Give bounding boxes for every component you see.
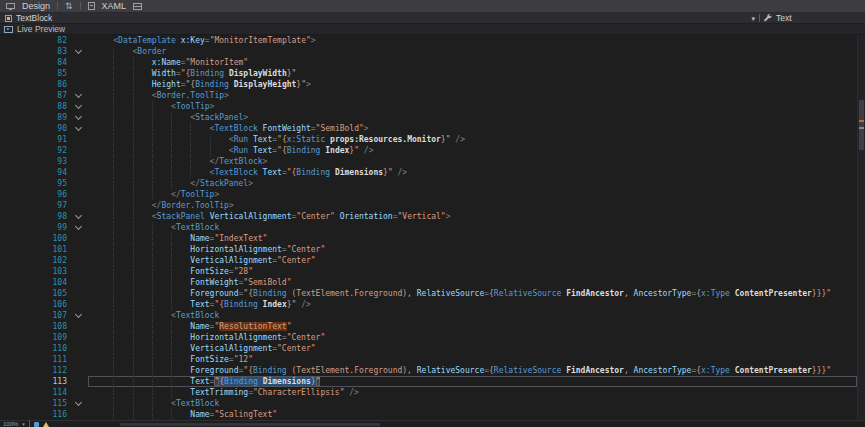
code-text[interactable]: VerticalAlignment="Center"	[88, 255, 857, 266]
code-text[interactable]: Height="{Binding DisplayHeight}">	[88, 79, 857, 90]
code-text[interactable]: Name="ScalingText"	[88, 409, 857, 420]
fold-toggle[interactable]	[72, 101, 88, 112]
line-number[interactable]: 98	[0, 211, 72, 222]
horizontal-scrollbar[interactable]	[120, 423, 380, 426]
code-line[interactable]: 82 <DataTemplate x:Key="MonitorItemTempl…	[0, 35, 857, 46]
code-line[interactable]: 115 <TextBlock	[0, 398, 857, 409]
line-number[interactable]: 115	[0, 398, 72, 409]
code-line[interactable]: 98 <StackPanel VerticalAlignment="Center…	[0, 211, 857, 222]
fold-toggle[interactable]	[72, 211, 88, 222]
line-number[interactable]: 105	[0, 288, 72, 299]
code-line[interactable]: 95 </StackPanel>	[0, 178, 857, 189]
line-number[interactable]: 96	[0, 189, 72, 200]
live-preview-tab[interactable]: Live Preview	[0, 24, 865, 35]
line-number[interactable]: 106	[0, 299, 72, 310]
code-text[interactable]: </TextBlock>	[88, 156, 857, 167]
code-line[interactable]: 99 <TextBlock	[0, 222, 857, 233]
fold-toggle[interactable]	[72, 123, 88, 134]
xaml-tab[interactable]: XAML	[102, 0, 127, 12]
fold-chevron-icon[interactable]	[75, 113, 82, 120]
code-line[interactable]: 96 </ToolTip>	[0, 189, 857, 200]
code-text[interactable]: <StackPanel VerticalAlignment="Center" O…	[88, 211, 857, 222]
code-line[interactable]: 83 <Border	[0, 46, 857, 57]
fold-toggle[interactable]	[72, 398, 88, 409]
code-text[interactable]: <Run Text="{Binding Index}" />	[88, 145, 857, 156]
code-line[interactable]: 88 <ToolTip>	[0, 101, 857, 112]
line-number[interactable]: 95	[0, 178, 72, 189]
code-text[interactable]: </ToolTip>	[88, 189, 857, 200]
code-line[interactable]: 111 FontSize="12"	[0, 354, 857, 365]
scrollbar-thumb[interactable]	[859, 100, 864, 150]
line-number[interactable]: 104	[0, 277, 72, 288]
code-text[interactable]: FontWeight="SemiBold"	[88, 277, 857, 288]
line-number[interactable]: 93	[0, 156, 72, 167]
code-text[interactable]: <StackPanel>	[88, 112, 857, 123]
code-line[interactable]: 106 Text="{Binding Index}" />	[0, 299, 857, 310]
line-number[interactable]: 108	[0, 321, 72, 332]
line-number[interactable]: 83	[0, 46, 72, 57]
code-area[interactable]: 82 <DataTemplate x:Key="MonitorItemTempl…	[0, 35, 857, 420]
code-text[interactable]: Name="ResolutionText"	[88, 321, 857, 332]
code-line[interactable]: 90 <TextBlock FontWeight="SemiBold">	[0, 123, 857, 134]
code-text[interactable]: </StackPanel>	[88, 178, 857, 189]
code-text[interactable]: x:Name="MonitorItem"	[88, 57, 857, 68]
line-number[interactable]: 100	[0, 233, 72, 244]
code-text[interactable]: <TextBlock	[88, 222, 857, 233]
code-text[interactable]: <DataTemplate x:Key="MonitorItemTemplate…	[88, 35, 857, 46]
code-text[interactable]: Foreground="{Binding (TextElement.Foregr…	[88, 365, 857, 376]
line-number[interactable]: 82	[0, 35, 72, 46]
code-line[interactable]: 85 Width="{Binding DisplayWidth}"	[0, 68, 857, 79]
code-line[interactable]: 93 </TextBlock>	[0, 156, 857, 167]
line-number[interactable]: 85	[0, 68, 72, 79]
code-text[interactable]: Text="{Binding Dimensions}"	[88, 376, 857, 387]
line-number[interactable]: 112	[0, 365, 72, 376]
code-text[interactable]: Name="IndexText"	[88, 233, 857, 244]
line-number[interactable]: 92	[0, 145, 72, 156]
line-number[interactable]: 102	[0, 255, 72, 266]
line-number[interactable]: 111	[0, 354, 72, 365]
line-number[interactable]: 99	[0, 222, 72, 233]
line-number[interactable]: 84	[0, 57, 72, 68]
fold-toggle[interactable]	[72, 222, 88, 233]
code-text[interactable]: HorizontalAlignment="Center"	[88, 332, 857, 343]
fold-chevron-icon[interactable]	[75, 102, 82, 109]
line-number[interactable]: 110	[0, 343, 72, 354]
fold-chevron-icon[interactable]	[75, 124, 82, 131]
code-editor[interactable]: 82 <DataTemplate x:Key="MonitorItemTempl…	[0, 35, 865, 420]
line-number[interactable]: 88	[0, 101, 72, 112]
split-orientation-icon[interactable]	[133, 3, 142, 10]
code-text[interactable]: <Border.ToolTip>	[88, 90, 857, 101]
code-text[interactable]: Text="{Binding Index}" />	[88, 299, 857, 310]
line-number[interactable]: 109	[0, 332, 72, 343]
fold-chevron-icon[interactable]	[75, 91, 82, 98]
code-line[interactable]: 84 x:Name="MonitorItem"	[0, 57, 857, 68]
code-line[interactable]: 102 VerticalAlignment="Center"	[0, 255, 857, 266]
code-line[interactable]: 87 <Border.ToolTip>	[0, 90, 857, 101]
fold-toggle[interactable]	[72, 46, 88, 57]
line-number[interactable]: 113	[0, 376, 72, 387]
code-line[interactable]: 103 FontSize="28"	[0, 266, 857, 277]
line-number[interactable]: 91	[0, 134, 72, 145]
code-line[interactable]: 113 Text="{Binding Dimensions}"	[0, 376, 857, 387]
member-dropdown[interactable]: Text	[764, 13, 860, 24]
code-line[interactable]: 116 Name="ScalingText"	[0, 409, 857, 420]
line-number[interactable]: 114	[0, 387, 72, 398]
code-text[interactable]: VerticalAlignment="Center"	[88, 343, 857, 354]
code-text[interactable]: <Run Text="{x:Static props:Resources.Mon…	[88, 134, 857, 145]
code-text[interactable]: <ToolTip>	[88, 101, 857, 112]
code-text[interactable]: TextTrimming="CharacterEllipsis" />	[88, 387, 857, 398]
line-number[interactable]: 97	[0, 200, 72, 211]
zoom-level[interactable]: 100%	[3, 421, 18, 427]
swap-panes-icon[interactable]: ⇅	[65, 0, 73, 12]
code-text[interactable]: <TextBlock	[88, 398, 857, 409]
code-line[interactable]: 114 TextTrimming="CharacterEllipsis" />	[0, 387, 857, 398]
fold-chevron-icon[interactable]	[75, 223, 82, 230]
line-number[interactable]: 94	[0, 167, 72, 178]
code-line[interactable]: 94 <TextBlock Text="{Binding Dimensions}…	[0, 167, 857, 178]
code-line[interactable]: 108 Name="ResolutionText"	[0, 321, 857, 332]
line-number[interactable]: 116	[0, 409, 72, 420]
fold-chevron-icon[interactable]	[75, 399, 82, 406]
code-text[interactable]: </Border.ToolTip>	[88, 200, 857, 211]
fold-toggle[interactable]	[72, 90, 88, 101]
code-text[interactable]: Foreground="{Binding (TextElement.Foregr…	[88, 288, 857, 299]
